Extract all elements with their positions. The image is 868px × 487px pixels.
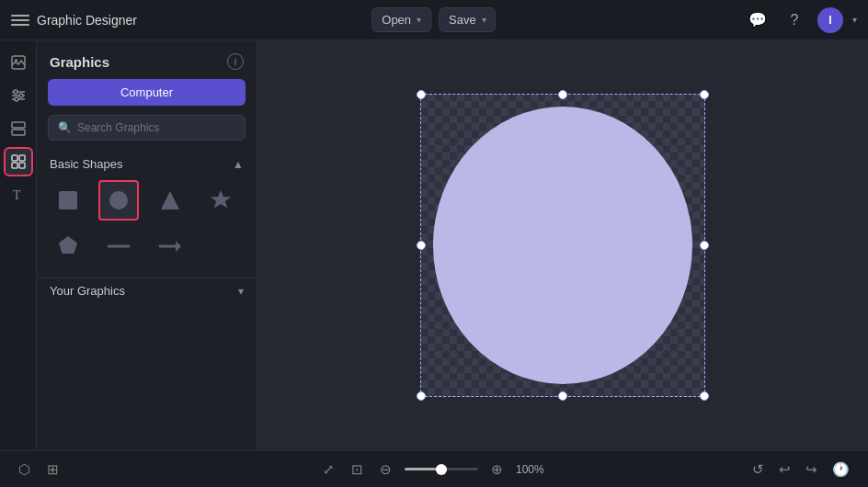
basic-shapes-label: Basic Shapes [50, 157, 123, 171]
main-area: T Graphics i Computer 🔍 Basic Shapes ▲ [0, 40, 868, 450]
svg-rect-12 [12, 163, 17, 168]
svg-rect-13 [19, 163, 25, 168]
svg-point-16 [109, 191, 128, 210]
save-chevron-icon: ▾ [482, 15, 486, 25]
search-row: 🔍 [37, 115, 257, 152]
save-button[interactable]: Save ▾ [439, 7, 497, 32]
shape-triangle[interactable] [150, 180, 190, 221]
icon-bar: T [0, 40, 37, 450]
menu-icon[interactable] [11, 11, 29, 29]
topbar-right: 💬 ? I ▾ [744, 6, 857, 34]
avatar-chevron-icon[interactable]: ▾ [852, 15, 857, 25]
info-icon[interactable]: i [227, 53, 244, 70]
fit-icon[interactable]: ⤢ [319, 458, 338, 481]
svg-point-6 [19, 94, 23, 97]
computer-tab-button[interactable]: Computer [48, 79, 246, 106]
your-graphics-collapse-icon[interactable]: ▾ [238, 285, 244, 298]
svg-marker-18 [211, 190, 231, 208]
basic-shapes-collapse-icon[interactable]: ▲ [233, 158, 244, 171]
zoom-out-icon[interactable]: ⊖ [376, 458, 395, 481]
search-input[interactable] [77, 121, 235, 134]
svg-marker-19 [59, 236, 77, 254]
bottom-left: ⬡ ⊞ [15, 458, 63, 481]
shape-line[interactable] [98, 226, 139, 266]
resize-icon[interactable]: ⊡ [348, 458, 367, 481]
svg-rect-11 [19, 155, 25, 161]
shape-arrow[interactable] [150, 226, 190, 266]
svg-rect-15 [59, 191, 77, 210]
circle-element[interactable] [433, 107, 692, 384]
shape-star[interactable] [200, 180, 241, 221]
search-icon: 🔍 [58, 121, 72, 134]
zoom-slider[interactable] [405, 468, 478, 470]
grid-icon[interactable]: ⊞ [43, 458, 63, 481]
zoom-percent: 100% [516, 463, 549, 476]
canvas-frame [420, 94, 705, 397]
open-button[interactable]: Open ▾ [371, 7, 431, 32]
your-graphics-label: Your Graphics [50, 284, 125, 298]
redo-icon[interactable]: ↪ [802, 458, 821, 481]
topbar: Graphic Designer Open ▾ Save ▾ 💬 ? I ▾ [0, 0, 868, 40]
shapes-grid [37, 180, 257, 277]
graphics-panel: Graphics i Computer 🔍 Basic Shapes ▲ [37, 40, 257, 450]
your-graphics-section-header: Your Graphics ▾ [37, 277, 257, 305]
svg-point-5 [14, 90, 17, 94]
panel-title: Graphics [50, 54, 109, 70]
bottom-right: ↺ ↩ ↪ 🕐 [748, 458, 853, 481]
help-icon[interactable]: ? [781, 6, 808, 34]
svg-rect-8 [12, 122, 25, 128]
panel-header: Graphics i [37, 40, 257, 79]
shape-square[interactable] [48, 180, 88, 221]
canvas-area[interactable] [257, 40, 868, 450]
comment-icon[interactable]: 💬 [744, 6, 771, 34]
layout-tool-button[interactable] [4, 114, 33, 143]
svg-marker-17 [161, 191, 179, 210]
svg-marker-22 [176, 241, 181, 252]
refresh-icon[interactable]: ↺ [748, 458, 768, 481]
undo-icon[interactable]: ↩ [775, 458, 794, 481]
text-tool-button[interactable]: T [4, 180, 33, 210]
topbar-center-actions: Open ▾ Save ▾ [371, 7, 496, 32]
basic-shapes-section-header: Basic Shapes ▲ [37, 152, 257, 180]
svg-rect-9 [12, 130, 25, 135]
zoom-in-icon[interactable]: ⊕ [487, 458, 507, 481]
bottom-bar: ⬡ ⊞ ⤢ ⊡ ⊖ ⊕ 100% ↺ ↩ ↪ 🕐 [0, 450, 868, 487]
layers-icon[interactable]: ⬡ [15, 458, 34, 481]
bottom-center: ⤢ ⊡ ⊖ ⊕ 100% [319, 458, 549, 481]
search-box[interactable]: 🔍 [48, 115, 246, 141]
history-icon[interactable]: 🕐 [828, 458, 853, 481]
svg-text:T: T [13, 188, 21, 202]
shape-circle[interactable] [98, 180, 139, 221]
panel-tab-row: Computer [37, 79, 257, 115]
open-chevron-icon: ▾ [417, 15, 421, 25]
shape-pentagon[interactable] [48, 226, 88, 266]
image-tool-button[interactable] [4, 48, 33, 77]
shapes-tool-button[interactable] [4, 147, 33, 176]
avatar[interactable]: I [817, 7, 843, 33]
svg-rect-10 [12, 155, 17, 161]
filter-tool-button[interactable] [4, 81, 33, 110]
svg-point-7 [15, 97, 18, 101]
